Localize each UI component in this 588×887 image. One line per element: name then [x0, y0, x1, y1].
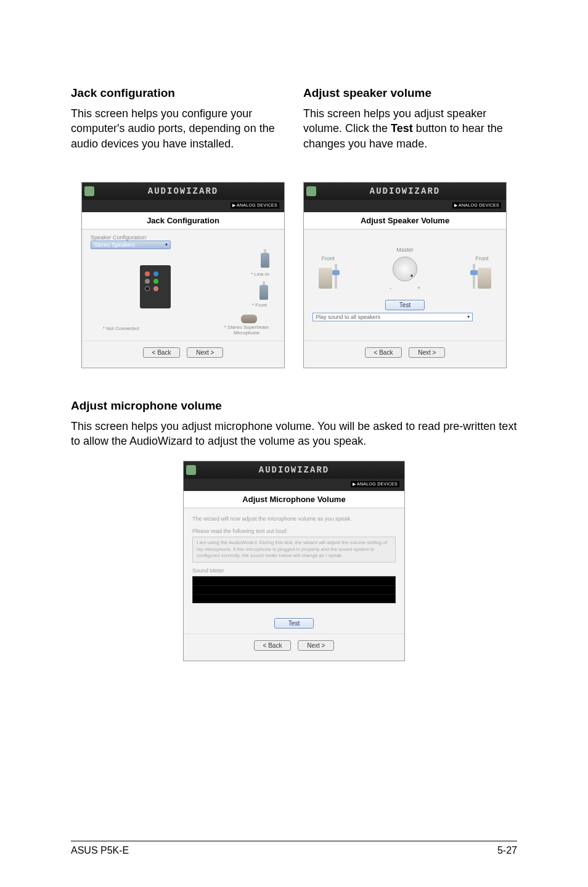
- sound-meter-label: Sound Meter: [192, 567, 396, 574]
- front-right-slider[interactable]: [473, 264, 475, 289]
- speaker-wizard-titlebar: AUDIOWIZARD: [304, 183, 506, 200]
- jack-wizard-body: Speaker Configuration: Stereo Speakers ▾…: [82, 229, 284, 340]
- page-footer: ASUS P5K-E 5-27: [71, 841, 517, 856]
- jack-wizard-titlebar: AUDIOWIZARD: [82, 183, 284, 200]
- help-icon[interactable]: [84, 186, 94, 196]
- chevron-down-icon: ▾: [165, 242, 168, 247]
- jack-dot: [153, 271, 158, 276]
- jack-heading: Jack configuration: [71, 86, 285, 100]
- analog-devices-logo: ▶ ANALOG DEVICES: [452, 202, 501, 208]
- jack-wizard-window: AUDIOWIZARD ▶ ANALOG DEVICES Jack Config…: [81, 182, 285, 368]
- speaker-wizard-footer: < Back Next >: [304, 340, 506, 368]
- speaker-config-label: Speaker Configuration:: [91, 234, 276, 241]
- mic-wizard-footer: < Back Next >: [184, 633, 404, 661]
- microphone-device-icon: [241, 315, 257, 323]
- speaker-wizard-body: Front Master - + Front: [304, 229, 506, 340]
- jack-wizard-header: Jack Configuration: [82, 212, 284, 229]
- plug-icon-front: [259, 285, 268, 300]
- analog-devices-logo: ▶ ANALOG DEVICES: [231, 202, 279, 208]
- speaker-desc-bold: Test: [391, 122, 413, 134]
- play-sound-value: Play sound to all speakers: [316, 314, 380, 320]
- speaker-intro: Adjust speaker volume This screen helps …: [303, 86, 517, 157]
- help-icon[interactable]: [186, 465, 196, 475]
- footer-page-number: 5-27: [497, 845, 517, 856]
- mic-line2: Please read the following text out loud:: [192, 528, 396, 534]
- test-button[interactable]: Test: [385, 300, 425, 310]
- play-sound-dropdown[interactable]: Play sound to all speakers ▾: [312, 313, 473, 321]
- master-volume: Master - +: [390, 247, 420, 291]
- speaker-config-dropdown[interactable]: Stereo Speakers ▾: [91, 241, 171, 249]
- mic-wizard-window: AUDIOWIZARD ▶ ANALOG DEVICES Adjust Micr…: [183, 461, 405, 661]
- mic-wizard-body: The wizard will now adjust the microphon…: [184, 508, 404, 633]
- speaker-icon: [478, 268, 491, 289]
- jack-dot: [145, 271, 150, 276]
- minus-icon: -: [390, 285, 391, 291]
- analog-devices-logo: ▶ ANALOG DEVICES: [351, 481, 399, 487]
- brand-bar: ▶ ANALOG DEVICES: [304, 200, 506, 212]
- speaker-desc: This screen helps you adjust speaker vol…: [303, 106, 517, 151]
- master-label: Master: [390, 247, 420, 253]
- brand-bar: ▶ ANALOG DEVICES: [82, 200, 284, 212]
- jack-dot: [145, 279, 150, 284]
- speaker-config-value: Stereo Speakers: [94, 242, 135, 248]
- jack-front-label: * Front: [252, 302, 267, 308]
- mic-line1: The wizard will now adjust the microphon…: [192, 516, 396, 522]
- wizard-title: AUDIOWIZARD: [310, 186, 500, 196]
- plug-icon-linein: [261, 253, 269, 268]
- mic-read-text: I am using the AudioWizard. During this …: [192, 537, 396, 562]
- jack-panel: [140, 265, 171, 308]
- brand-bar: ▶ ANALOG DEVICES: [184, 479, 404, 491]
- front-left-speaker: Front: [319, 255, 337, 291]
- front-left-label: Front: [319, 255, 337, 262]
- master-knob[interactable]: [393, 257, 417, 281]
- wizard-screenshots-row: AUDIOWIZARD ▶ ANALOG DEVICES Jack Config…: [71, 182, 517, 368]
- mic-desc: This screen helps you adjust microphone …: [71, 419, 517, 449]
- jack-mic-label: * Stereo Superbeam Microphone: [219, 324, 274, 336]
- next-button[interactable]: Next >: [298, 640, 334, 651]
- jack-diagram: * Line-In * Front * Not Connected * Ster…: [91, 253, 276, 333]
- next-button[interactable]: Next >: [187, 347, 223, 358]
- jack-desc: This screen helps you configure your com…: [71, 106, 285, 151]
- front-right-speaker: Front: [473, 255, 491, 291]
- speaker-wizard-header: Adjust Speaker Volume: [304, 212, 506, 229]
- chevron-down-icon: ▾: [467, 314, 470, 320]
- plus-icon: +: [417, 285, 420, 291]
- jack-dot: [145, 286, 150, 291]
- mic-wizard-wrap: AUDIOWIZARD ▶ ANALOG DEVICES Adjust Micr…: [71, 461, 517, 661]
- wizard-title: AUDIOWIZARD: [190, 465, 398, 475]
- wizard-title: AUDIOWIZARD: [88, 186, 278, 196]
- front-left-slider[interactable]: [335, 264, 337, 289]
- speaker-icon: [319, 268, 332, 289]
- help-icon[interactable]: [306, 186, 316, 196]
- jack-dot: [153, 279, 158, 284]
- mic-wizard-titlebar: AUDIOWIZARD: [184, 461, 404, 479]
- footer-product: ASUS P5K-E: [71, 845, 129, 856]
- front-right-label: Front: [473, 255, 491, 262]
- mic-heading: Adjust microphone volume: [71, 399, 517, 413]
- jack-wizard-footer: < Back Next >: [82, 340, 284, 368]
- jack-intro: Jack configuration This screen helps you…: [71, 86, 285, 157]
- speaker-wizard-window: AUDIOWIZARD ▶ ANALOG DEVICES Adjust Spea…: [303, 182, 507, 368]
- test-button[interactable]: Test: [274, 618, 314, 629]
- jack-linein-label: * Line-In: [251, 271, 269, 277]
- mic-wizard-header: Adjust Microphone Volume: [184, 491, 404, 508]
- jack-dot: [153, 286, 158, 291]
- sound-meter: [192, 576, 396, 603]
- jack-notconnected-label: * Not Connected: [103, 326, 139, 331]
- back-button[interactable]: < Back: [365, 347, 402, 358]
- speaker-controls: Front Master - + Front: [312, 234, 497, 291]
- speaker-heading: Adjust speaker volume: [303, 86, 517, 100]
- next-button[interactable]: Next >: [409, 347, 445, 358]
- back-button[interactable]: < Back: [143, 347, 181, 358]
- intro-columns: Jack configuration This screen helps you…: [71, 86, 517, 157]
- back-button[interactable]: < Back: [254, 640, 292, 651]
